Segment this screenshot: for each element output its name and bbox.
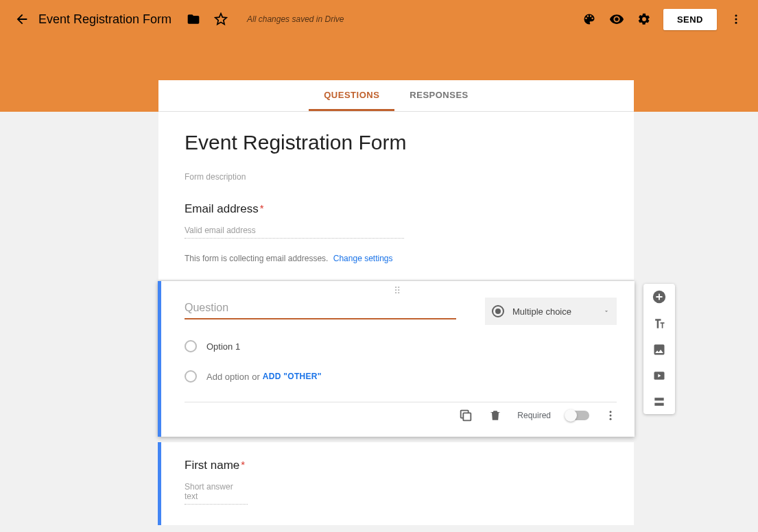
send-button[interactable]: SEND bbox=[663, 9, 717, 30]
back-arrow-icon[interactable] bbox=[8, 5, 36, 33]
question-type-dropdown[interactable]: Multiple choice bbox=[485, 298, 617, 325]
drag-handle-icon[interactable]: ⠿ bbox=[394, 285, 402, 296]
required-star: * bbox=[260, 202, 264, 214]
svg-point-2 bbox=[735, 22, 737, 24]
duplicate-icon[interactable] bbox=[458, 408, 473, 423]
svg-rect-9 bbox=[654, 398, 663, 400]
svg-point-0 bbox=[735, 14, 737, 16]
radio-empty-icon bbox=[185, 340, 197, 352]
short-answer-preview: Short answer text bbox=[185, 482, 248, 505]
add-image-icon[interactable] bbox=[652, 343, 666, 356]
add-video-icon[interactable] bbox=[652, 369, 666, 383]
tab-responses[interactable]: RESPONSES bbox=[394, 80, 483, 111]
side-toolbar bbox=[643, 284, 675, 414]
add-question-icon[interactable] bbox=[652, 289, 667, 304]
add-section-icon[interactable] bbox=[652, 395, 666, 409]
overflow-menu-icon[interactable] bbox=[722, 5, 750, 33]
required-star: * bbox=[241, 459, 245, 470]
chevron-down-icon bbox=[603, 308, 610, 315]
or-separator: or bbox=[252, 372, 260, 382]
email-collect-note: This form is collecting email addresses.… bbox=[185, 254, 608, 273]
email-input-preview: Valid email address bbox=[185, 226, 404, 239]
form-description[interactable]: Form description bbox=[185, 172, 608, 182]
option-row-1[interactable]: Option 1 bbox=[185, 340, 617, 352]
question-title-input[interactable] bbox=[185, 298, 456, 319]
add-other-button[interactable]: ADD "OTHER" bbox=[263, 372, 322, 381]
doc-title[interactable]: Event Registration Form bbox=[38, 12, 171, 27]
radio-icon bbox=[492, 305, 504, 317]
delete-icon[interactable] bbox=[488, 409, 502, 422]
change-settings-link[interactable]: Change settings bbox=[333, 254, 393, 263]
question-card-first-name[interactable]: First name* Short answer text bbox=[158, 442, 634, 525]
form-title[interactable]: Event Registration Form bbox=[185, 131, 608, 154]
star-icon[interactable] bbox=[207, 5, 235, 33]
palette-icon[interactable] bbox=[576, 5, 603, 33]
first-name-label: First name bbox=[185, 459, 239, 472]
email-label: Email address bbox=[185, 202, 259, 215]
active-question-card: ⠿ Multiple choice Option 1 Add option or… bbox=[158, 281, 635, 437]
svg-point-4 bbox=[610, 411, 612, 413]
folder-icon[interactable] bbox=[180, 5, 207, 33]
option-1-label: Option 1 bbox=[206, 341, 240, 352]
settings-gear-icon[interactable] bbox=[630, 5, 658, 33]
svg-point-5 bbox=[610, 415, 612, 417]
add-option-button[interactable]: Add option bbox=[206, 372, 249, 382]
top-toolbar: Event Registration Form All changes save… bbox=[0, 0, 758, 38]
form-header-card: Event Registration Form Form description… bbox=[158, 112, 634, 280]
required-label: Required bbox=[517, 411, 551, 420]
svg-point-6 bbox=[610, 418, 612, 420]
preview-eye-icon[interactable] bbox=[603, 5, 630, 33]
question-footer: Required bbox=[185, 402, 617, 430]
tab-bar: QUESTIONS RESPONSES bbox=[158, 80, 634, 112]
save-status: All changes saved in Drive bbox=[247, 14, 344, 24]
add-option-row: Add option or ADD "OTHER" bbox=[185, 370, 617, 383]
tab-questions[interactable]: QUESTIONS bbox=[309, 80, 394, 111]
question-type-label: Multiple choice bbox=[512, 306, 571, 317]
add-title-icon[interactable] bbox=[652, 317, 666, 330]
svg-point-1 bbox=[735, 19, 737, 21]
radio-empty-icon bbox=[185, 370, 197, 383]
svg-rect-3 bbox=[464, 413, 471, 420]
form-editor: QUESTIONS RESPONSES Event Registration F… bbox=[158, 80, 634, 525]
required-toggle[interactable] bbox=[566, 411, 589, 420]
question-overflow-icon[interactable] bbox=[604, 409, 617, 422]
svg-rect-10 bbox=[654, 403, 663, 406]
